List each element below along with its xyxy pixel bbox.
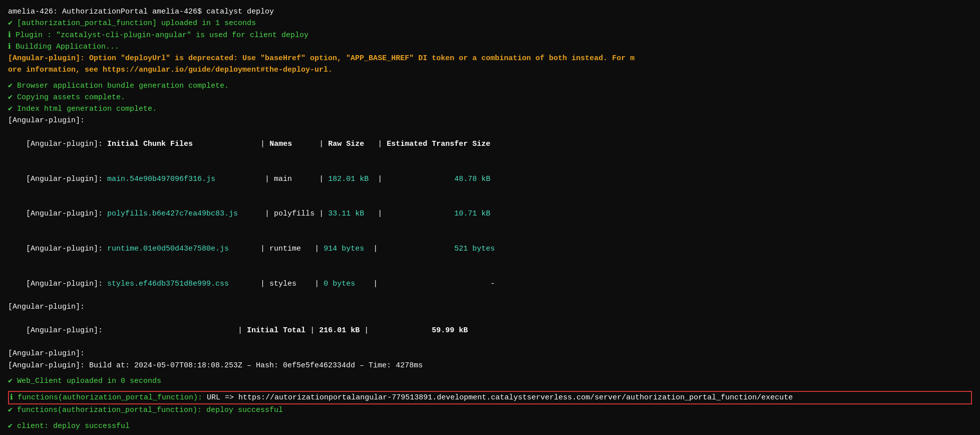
- function-url-highlighted: ℹ functions(authorization_portal_functio…: [8, 391, 972, 404]
- client-deploy-success-line: ✔ client: deploy successful: [8, 420, 972, 432]
- table-total-line: [Angular-plugin]: | Initial Total | 216.…: [8, 313, 972, 348]
- bundle-complete-line: ✔ Browser application bundle generation …: [8, 80, 972, 92]
- deprecated-warning-line2: ore information, see https://angular.io/…: [8, 64, 972, 76]
- building-line: ℹ Building Application...: [8, 41, 972, 53]
- angular-plugin-empty3: [Angular-plugin]:: [8, 348, 972, 359]
- function-deploy-success-line: ✔ functions(authorization_portal_functio…: [8, 404, 972, 416]
- table-row-main: [Angular-plugin]: main.54e90b497096f316.…: [8, 161, 972, 196]
- assets-complete-line: ✔ Copying assets complete.: [8, 92, 972, 103]
- prompt-line: amelia-426: AuthorizationPortal amelia-4…: [8, 6, 972, 18]
- build-info-line: [Angular-plugin]: Build at: 2024-05-07T0…: [8, 360, 972, 371]
- webclient-upload-line: ✔ Web_Client uploaded in 0 seconds: [8, 375, 972, 387]
- client-url-line: ℹ client: URL => https://autorizationpor…: [8, 432, 972, 435]
- angular-plugin-empty1: [Angular-plugin]:: [8, 115, 972, 126]
- angular-plugin-empty2: [Angular-plugin]:: [8, 301, 972, 313]
- table-row-polyfills: [Angular-plugin]: polyfills.b6e427c7ea49…: [8, 196, 972, 232]
- deprecated-warning-line: [Angular-plugin]: Option "deployUrl" is …: [8, 53, 972, 64]
- spacer1: [8, 76, 972, 80]
- table-header-line: [Angular-plugin]: Initial Chunk Files | …: [8, 127, 972, 162]
- spacer4: [8, 416, 972, 420]
- table-row-runtime: [Angular-plugin]: runtime.01e0d50d43e758…: [8, 232, 972, 267]
- upload-success-line: ✔ [authorization_portal_function] upload…: [8, 18, 972, 29]
- index-html-line: ✔ Index html generation complete.: [8, 103, 972, 115]
- plugin-info-line: ℹ Plugin : "zcatalyst-cli-plugin-angular…: [8, 30, 972, 41]
- terminal: amelia-426: AuthorizationPortal amelia-4…: [8, 6, 972, 435]
- spacer3: [8, 387, 972, 391]
- table-row-styles: [Angular-plugin]: styles.ef46db3751d8e99…: [8, 267, 972, 302]
- spacer2: [8, 371, 972, 375]
